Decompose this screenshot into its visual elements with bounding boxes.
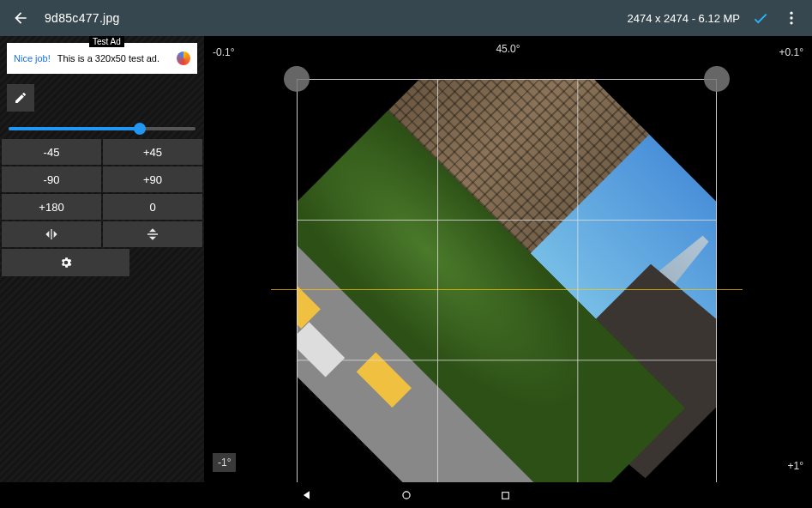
confirm-button[interactable] [750, 8, 771, 28]
svg-point-3 [402, 492, 409, 499]
angle-step-neg-large[interactable]: -1° [213, 453, 236, 472]
crop-frame[interactable] [297, 79, 717, 499]
angle-step-neg-small[interactable]: -0.1° [213, 46, 234, 58]
ad-banner[interactable]: Nice job! This is a 320x50 test ad. Test… [7, 43, 197, 74]
svg-rect-4 [502, 492, 509, 499]
file-title: 9d85c477.jpg [45, 11, 120, 25]
flip-horizontal-button[interactable] [2, 221, 101, 247]
edit-button[interactable] [7, 84, 34, 112]
rotate-pos90-button[interactable]: +90 [103, 166, 202, 192]
flip-vertical-icon [146, 227, 159, 241]
current-angle: 45.0° [496, 43, 520, 55]
pencil-icon [14, 91, 27, 105]
rotate-zero-button[interactable]: 0 [103, 194, 202, 220]
square-icon [500, 490, 511, 501]
flip-horizontal-icon [45, 227, 58, 241]
sidebar: Nice job! This is a 320x50 test ad. Test… [0, 36, 204, 482]
gear-icon [59, 256, 73, 269]
canvas[interactable]: -0.1° 45.0° +0.1° -1° +1° [204, 36, 812, 482]
settings-button[interactable] [2, 249, 129, 276]
nav-recent-button[interactable] [499, 488, 513, 502]
arrow-back-icon [12, 9, 29, 27]
svg-point-2 [790, 21, 792, 24]
rotate-pos180-button[interactable]: +180 [2, 194, 101, 220]
crop-handle-tl[interactable] [284, 66, 310, 92]
back-button[interactable] [10, 8, 31, 28]
circle-icon [400, 489, 412, 501]
image-dimensions: 2474 x 2474 - 6.12 MP [627, 12, 740, 25]
rotate-pos45-button[interactable]: +45 [103, 139, 202, 165]
flip-vertical-button[interactable] [103, 221, 202, 247]
android-navbar [0, 482, 812, 508]
svg-point-0 [790, 12, 792, 15]
rotation-slider[interactable] [9, 127, 195, 130]
ad-text: This is a 320x50 test ad. [57, 53, 159, 64]
more-vert-icon [783, 9, 800, 27]
nav-back-button[interactable] [300, 488, 314, 502]
horizon-guide [271, 289, 743, 290]
ad-provider-icon [177, 51, 190, 65]
nav-home-button[interactable] [400, 488, 413, 502]
ad-headline: Nice job! [14, 53, 51, 64]
ad-label: Test Ad [89, 36, 124, 47]
svg-point-1 [790, 16, 792, 19]
slider-fill [9, 127, 140, 130]
rotate-neg45-button[interactable]: -45 [2, 139, 101, 165]
crop-handle-tr[interactable] [704, 66, 730, 92]
triangle-left-icon [301, 489, 313, 501]
angle-step-pos-large[interactable]: +1° [788, 460, 803, 472]
overflow-menu-button[interactable] [781, 8, 802, 28]
angle-step-pos-small[interactable]: +0.1° [779, 46, 804, 58]
check-icon [751, 9, 770, 27]
rotate-neg90-button[interactable]: -90 [2, 166, 101, 192]
slider-thumb[interactable] [134, 123, 146, 135]
